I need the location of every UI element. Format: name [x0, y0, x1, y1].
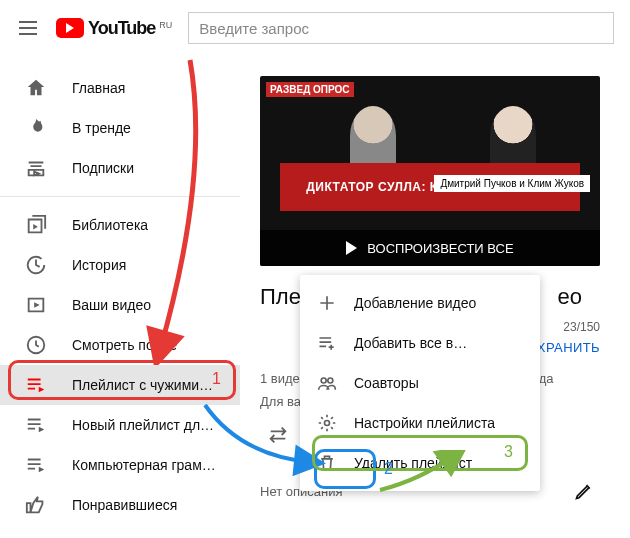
sidebar-item-your-videos[interactable]: Ваши видео [0, 285, 240, 325]
person-silhouette [350, 106, 396, 166]
play-all-label: ВОСПРОИЗВЕСТИ ВСЕ [367, 241, 513, 256]
annotation-number-3: 3 [504, 443, 513, 461]
playlist-icon [24, 453, 48, 477]
sidebar-item-label: Библиотека [72, 217, 148, 233]
edit-description-button[interactable] [566, 473, 602, 509]
sidebar-item-label: История [72, 257, 126, 273]
like-icon [24, 493, 48, 517]
sidebar-item-home[interactable]: Главная [0, 68, 240, 108]
yourvideos-icon [24, 293, 48, 317]
addall-icon [316, 332, 338, 354]
plus-icon [316, 292, 338, 314]
svg-point-6 [325, 421, 330, 426]
annotation-number-2: 2 [384, 460, 393, 478]
play-all-overlay[interactable]: ВОСПРОИЗВЕСТИ ВСЕ [260, 230, 600, 266]
menu-item-label: Добавление видео [354, 295, 476, 311]
sidebar-item-label: Компьютерная грам… [72, 457, 216, 473]
logo-country: RU [159, 20, 172, 30]
playlist-thumbnail[interactable]: РАЗВЕД ОПРОС ДИКТАТОР СУЛЛА: КРАХ РЕСПУБ… [260, 76, 600, 266]
menu-item-label: Настройки плейлиста [354, 415, 495, 431]
sidebar: ГлавнаяВ трендеПодписки БиблиотекаИстори… [0, 56, 240, 533]
playlist-icon [24, 373, 48, 397]
sidebar-item-label: Главная [72, 80, 125, 96]
fire-icon [24, 116, 48, 140]
menu-item-label: Удалить плейлист [354, 455, 472, 471]
sidebar-item-label: Понравившиеся [72, 497, 177, 513]
logo-text: YouTube [88, 18, 155, 39]
sidebar-item-playlist-foreign[interactable]: Плейлист с чужими… [0, 365, 240, 405]
search-input[interactable] [188, 12, 614, 44]
sidebar-item-trending[interactable]: В тренде [0, 108, 240, 148]
menu-item-label: Добавить все в… [354, 335, 467, 351]
sidebar-item-history[interactable]: История [0, 245, 240, 285]
annotation-number-1: 1 [212, 370, 221, 388]
sidebar-item-label: Ваши видео [72, 297, 151, 313]
subs-icon [24, 156, 48, 180]
svg-point-4 [321, 378, 326, 383]
sidebar-item-label: Смотреть позже [72, 337, 177, 353]
library-icon [24, 213, 48, 237]
menu-item-add-all[interactable]: Добавить все в… [300, 323, 540, 363]
thumb-name-card: Дмитрий Пучков и Клим Жуков [434, 175, 590, 192]
play-icon [346, 241, 357, 255]
thumb-badge: РАЗВЕД ОПРОС [266, 82, 354, 97]
playlist-icon [24, 413, 48, 437]
header: YouTube RU [0, 0, 630, 56]
sidebar-item-subscriptions[interactable]: Подписки [0, 148, 240, 188]
sidebar-item-label: Подписки [72, 160, 134, 176]
trash-icon [316, 452, 338, 474]
sidebar-item-watch-later[interactable]: Смотреть позже [0, 325, 240, 365]
sidebar-item-label: Плейлист с чужими… [72, 377, 213, 393]
sidebar-item-liked-videos[interactable]: Понравившиеся [0, 485, 240, 525]
home-icon [24, 76, 48, 100]
menu-item-label: Соавторы [354, 375, 419, 391]
collab-icon [316, 372, 338, 394]
person-silhouette [490, 106, 536, 166]
sidebar-item-library[interactable]: Библиотека [0, 205, 240, 245]
youtube-logo[interactable]: YouTube RU [56, 18, 172, 39]
menu-item-playlist-settings[interactable]: Настройки плейлиста [300, 403, 540, 443]
sidebar-item-label: В тренде [72, 120, 131, 136]
menu-item-collaborators[interactable]: Соавторы [300, 363, 540, 403]
play-icon [56, 18, 84, 38]
sidebar-item-label: Новый плейлист дл… [72, 417, 214, 433]
menu-item-add-video[interactable]: Добавление видео [300, 283, 540, 323]
svg-point-5 [328, 378, 333, 383]
history-icon [24, 253, 48, 277]
menu-icon[interactable] [16, 16, 40, 40]
shuffle-button[interactable] [260, 417, 296, 453]
clock-icon [24, 333, 48, 357]
sidebar-item-playlist-computer[interactable]: Компьютерная грам… [0, 445, 240, 485]
sidebar-item-playlist-new[interactable]: Новый плейлист дл… [0, 405, 240, 445]
gear-icon [316, 412, 338, 434]
search-box [188, 12, 614, 44]
